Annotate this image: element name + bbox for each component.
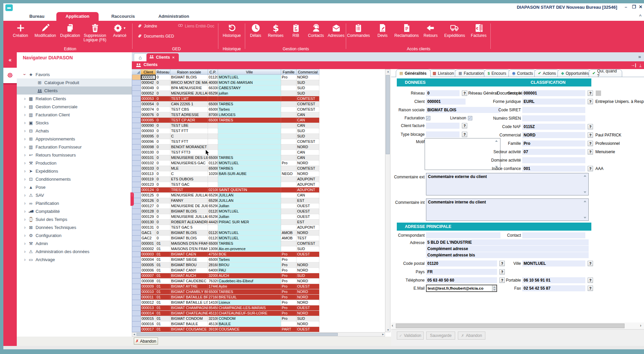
cell-ville[interactable]: BOE: [218, 252, 281, 257]
cell-reseau[interactable]: 0: [156, 139, 170, 144]
cell-ville[interactable]: CABESTANY: [218, 85, 281, 91]
cell-cp[interactable]: [208, 134, 218, 139]
cell-raison[interactable]: TEST CBS: [170, 107, 208, 112]
cell-commercial[interactable]: OUEST: [297, 209, 319, 214]
reseau-field[interactable]: 0: [426, 90, 460, 96]
cell-raison[interactable]: BIGMAT BLOIS: [170, 209, 208, 214]
cell-ville[interactable]: juillan: [218, 91, 281, 96]
home-tab[interactable]: ⌂: [134, 53, 147, 62]
cell-ville[interactable]: [218, 123, 281, 128]
cell-reseau[interactable]: 0: [156, 96, 170, 102]
cell-raison[interactable]: BIGMAT AYTRE: [170, 284, 208, 289]
cell-cp[interactable]: [208, 123, 218, 128]
ribbon-button-retours[interactable]: Retours: [419, 23, 443, 38]
cell-raison[interactable]: ROBERT ALEXANDRE EN: [170, 220, 208, 225]
scroll-right-icon[interactable]: ►: [382, 333, 384, 336]
row-header[interactable]: [132, 262, 141, 268]
abandon-button[interactable]: ✗ Abandon: [134, 338, 158, 345]
cell-client[interactable]: 000001: [141, 241, 156, 246]
cell-reseau[interactable]: 0: [156, 102, 170, 107]
cell-commercial[interactable]: EST: [297, 220, 319, 225]
table-row[interactable]: 00001701BIGMAT COUSANCE39190COUSANCEPART…: [132, 327, 319, 332]
cell-commercial[interactable]: NORD: [297, 300, 319, 305]
commentaire-int-textarea[interactable]: Commentaire interne du client: [426, 198, 589, 221]
cell-commercial[interactable]: NORD: [297, 144, 319, 150]
livraison-checkbox[interactable]: [468, 116, 472, 120]
table-row[interactable]: 00001401BIGMAT CHATEAUNEUF45110CHATEAUNE…: [132, 311, 319, 316]
cell-reseau[interactable]: 0: [156, 80, 170, 85]
cell-cp[interactable]: [208, 144, 218, 150]
sidebar-item-favoris[interactable]: ›★Favoris: [17, 70, 132, 78]
row-header[interactable]: [132, 295, 141, 300]
cell-client[interactable]: 000126: [141, 198, 156, 203]
table-row[interactable]: 0000960TEST FTTCOMTEST: [132, 139, 319, 144]
cell-commercial[interactable]: COMTEST: [297, 241, 319, 246]
cell-ville[interactable]: BAULE: [218, 321, 281, 327]
cell-famille[interactable]: Pro: [281, 300, 297, 305]
cell-ville[interactable]: MONTLUEL: [218, 161, 281, 166]
row-header[interactable]: [132, 123, 141, 128]
table-row[interactable]: 0000530TEST LMTCOMTEST: [132, 96, 319, 102]
chevron-right-icon[interactable]: ›: [22, 160, 28, 166]
cell-cp[interactable]: 39190: [208, 327, 218, 332]
row-header[interactable]: [132, 220, 141, 225]
cell-commercial[interactable]: SUD: [297, 128, 319, 134]
chevron-right-icon[interactable]: ›: [22, 144, 28, 150]
chevron-right-icon[interactable]: ›: [22, 200, 28, 206]
cell-raison[interactable]: BIGMAT BATAILLE LISIEU: [170, 300, 208, 305]
cell-commercial[interactable]: NORD: [297, 230, 319, 236]
collapse-sidebar-button[interactable]: «: [3, 53, 17, 67]
cell-ville[interactable]: TARBES: [218, 289, 281, 295]
chevron-right-icon[interactable]: ›: [22, 241, 28, 246]
scroll-left-icon[interactable]: ‹: [392, 323, 393, 328]
cell-cp[interactable]: 64000: [208, 268, 218, 273]
cell-cp[interactable]: [208, 177, 218, 182]
cell-famille[interactable]: Pro: [281, 305, 297, 311]
tab-generalites[interactable]: ▤Généralités: [396, 69, 431, 77]
cell-commercial[interactable]: ADUPONT: [297, 187, 319, 193]
cell-commercial[interactable]: TEST: [297, 236, 319, 241]
cell-commercial[interactable]: OUEST: [297, 327, 319, 332]
cell-client[interactable]: 000100: [141, 150, 156, 155]
tab-clients[interactable]: Clients ✕: [147, 53, 179, 61]
table-row[interactable]: 0001250MENUISERIE JUILLANAIS65290JUILLAN…: [132, 193, 319, 198]
cell-famille[interactable]: AMOB: [281, 236, 297, 241]
cell-raison[interactable]: MAISONS D'EN FRANCE: [170, 241, 208, 246]
cell-raison[interactable]: BIGMAT BATAILLE BRET: [170, 295, 208, 300]
cell-ville[interactable]: [218, 144, 281, 150]
cell-reseau[interactable]: 0: [156, 230, 170, 236]
cell-ville[interactable]: Tarbes: [218, 257, 281, 262]
menu-tab-application[interactable]: Application: [56, 12, 99, 21]
cell-client[interactable]: 000006: [141, 268, 156, 273]
cell-raison[interactable]: ETS DUBOIS: [170, 177, 208, 182]
cell-client[interactable]: 000124: [141, 187, 156, 193]
cell-famille[interactable]: Pro: [281, 279, 297, 284]
table-row[interactable]: GAC10BIGMAT BLOIS01120MONTLUELAMOBNORD: [132, 230, 319, 236]
cell-reseau[interactable]: 0: [156, 85, 170, 91]
row-header[interactable]: [132, 279, 141, 284]
cell-reseau[interactable]: 01: [156, 295, 170, 300]
cell-commercial[interactable]: NORD: [297, 311, 319, 316]
lookup-button[interactable]: ?: [462, 132, 467, 137]
cell-famille[interactable]: Pro: [281, 295, 297, 300]
cell-client[interactable]: 000119: [141, 177, 156, 182]
panel-scroll-thumb[interactable]: [396, 323, 625, 328]
scroll-down-icon[interactable]: ▼: [387, 329, 389, 332]
cell-commercial[interactable]: NORD: [297, 171, 319, 177]
cell-reseau[interactable]: 0: [156, 220, 170, 225]
cell-client[interactable]: 000131: [141, 225, 156, 230]
row-header[interactable]: [132, 182, 141, 187]
cell-commercial[interactable]: ADUPONT: [297, 177, 319, 182]
chevron-right-icon[interactable]: ›: [22, 152, 28, 158]
cell-commercial[interactable]: ADUPONT: [297, 182, 319, 187]
sidebar-item-expeditions[interactable]: ›➤Expéditions: [17, 167, 132, 175]
row-header[interactable]: [132, 161, 141, 166]
row-header[interactable]: [132, 102, 141, 107]
code-siret-field[interactable]: [522, 107, 585, 113]
cell-raison[interactable]: BIGMAT BAULE: [170, 321, 208, 327]
cell-ville[interactable]: MONTLUEL: [218, 209, 281, 214]
table-row[interactable]: 0001260FANNY65290JUILLANEST: [132, 198, 319, 203]
cell-ville[interactable]: MONTLUEL: [218, 230, 281, 236]
cell-famille[interactable]: [281, 203, 297, 209]
client-field[interactable]: 000001: [426, 99, 466, 105]
